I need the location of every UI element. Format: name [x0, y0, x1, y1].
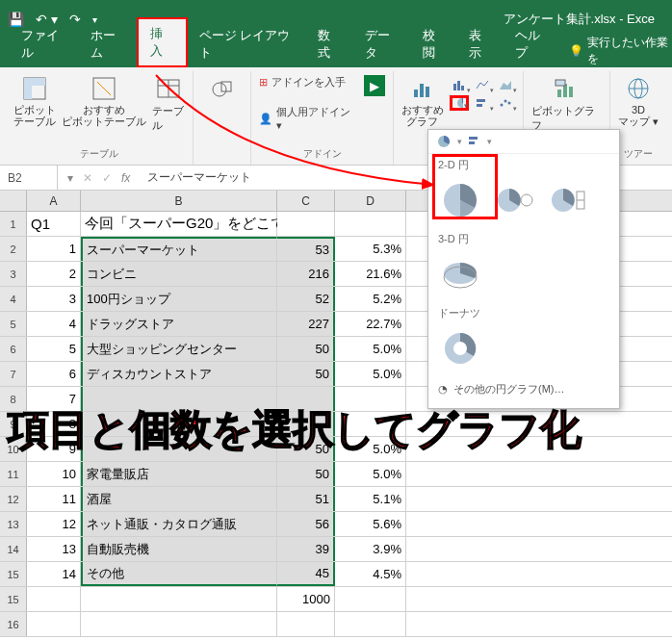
cell[interactable] [27, 587, 81, 611]
cell[interactable]: 5.1% [335, 487, 406, 511]
cell[interactable]: 1 [27, 237, 81, 261]
donut-option-1[interactable] [438, 328, 482, 369]
cell[interactable]: 酒屋 [81, 487, 277, 511]
row-header[interactable]: 8 [0, 387, 27, 411]
cell[interactable]: 5.6% [335, 512, 406, 536]
table-button[interactable]: テーブル [152, 75, 185, 133]
cell[interactable]: 22.7% [335, 312, 406, 336]
cell[interactable]: 53 [277, 237, 335, 261]
col-header-D[interactable]: D [335, 191, 406, 211]
row-header[interactable]: 13 [0, 512, 27, 536]
bing-maps-button[interactable]: ▶ [364, 75, 385, 96]
pie-chart-button[interactable] [450, 95, 469, 111]
tab-data[interactable]: データ [353, 21, 411, 67]
row-header[interactable]: 6 [0, 337, 27, 361]
cell[interactable] [81, 412, 277, 436]
cell[interactable]: 52 [277, 287, 335, 311]
cell[interactable]: 100円ショップ [81, 287, 277, 311]
pie-2d-option-1[interactable] [438, 180, 482, 220]
cell[interactable] [81, 587, 277, 611]
cell[interactable] [81, 437, 277, 461]
col-header-C[interactable]: C [277, 191, 335, 211]
cell[interactable]: 5 [27, 337, 81, 361]
tell-me[interactable]: 💡 実行したい作業を [569, 35, 672, 67]
scatter-chart-button[interactable] [496, 95, 515, 111]
cell[interactable]: 9 [27, 437, 81, 461]
tab-home[interactable]: ホーム [79, 21, 137, 67]
cell[interactable]: 39 [277, 537, 335, 561]
cell[interactable]: 11 [27, 487, 81, 511]
name-box[interactable]: B2 [0, 166, 58, 190]
cell[interactable]: 自動販売機 [81, 537, 277, 561]
row-header[interactable]: 10 [0, 437, 27, 461]
tab-view[interactable]: 表示 [457, 21, 504, 67]
get-addins-button[interactable]: ⊞アドインを入手 [259, 75, 352, 90]
cell[interactable]: 3 [27, 287, 81, 311]
row-header[interactable]: 3 [0, 262, 27, 286]
cell[interactable]: 216 [277, 262, 335, 286]
row-header[interactable]: 5 [0, 312, 27, 336]
fb-cancel-icon[interactable]: ✕ [83, 171, 92, 185]
row-header[interactable]: 15 [0, 587, 27, 611]
cell[interactable]: 45 [277, 562, 335, 586]
cell[interactable]: 大型ショッピングセンター [81, 337, 277, 361]
cell[interactable]: 4.5% [335, 562, 406, 586]
tab-review[interactable]: 校閲 [411, 21, 457, 67]
cell[interactable]: ディスカウントストア [81, 362, 277, 386]
cell[interactable]: 51 [277, 487, 335, 511]
area-chart-button[interactable] [496, 77, 515, 92]
cell[interactable]: 5.0% [335, 462, 406, 486]
tab-formulas[interactable]: 数式 [306, 21, 352, 67]
cell[interactable]: 13 [27, 537, 81, 561]
cell[interactable]: 5.2% [335, 287, 406, 311]
row-header[interactable]: 2 [0, 237, 27, 261]
my-addins-button[interactable]: 👤個人用アドイン ▾ [259, 105, 352, 132]
cell[interactable]: 12 [27, 512, 81, 536]
cell[interactable] [277, 387, 335, 411]
cell[interactable]: コンビニ [81, 262, 277, 286]
col-header-B[interactable]: B [81, 191, 277, 211]
cell[interactable]: 8 [27, 412, 81, 436]
tab-layout[interactable]: ページ レイアウト [188, 21, 307, 67]
cell[interactable]: 1000 [277, 587, 335, 611]
row-header[interactable]: 15 [0, 562, 27, 586]
cell[interactable]: 3.9% [335, 537, 406, 561]
cell[interactable]: ドラッグストア [81, 312, 277, 336]
recommended-pivot-button[interactable]: おすすめ ピボットテーブル [62, 75, 146, 127]
cell[interactable]: 50 [277, 462, 335, 486]
pivot-chart-button[interactable]: ピボットグラフ [531, 75, 602, 133]
more-pie-charts[interactable]: ◔ その他の円グラフ(M)… [428, 376, 619, 402]
cell[interactable]: 10 [27, 462, 81, 486]
cell[interactable]: 7 [27, 387, 81, 411]
pie-3d-option-1[interactable] [438, 254, 482, 294]
cell[interactable] [277, 412, 335, 436]
select-all-corner[interactable] [0, 191, 27, 211]
line-chart-button[interactable] [473, 77, 492, 92]
cell[interactable]: 50 [277, 437, 335, 461]
cell[interactable]: 6 [27, 362, 81, 386]
column-chart-button[interactable] [450, 77, 469, 92]
pie-2d-option-3[interactable] [546, 180, 590, 220]
cell[interactable]: 50 [277, 362, 335, 386]
col-header-A[interactable]: A [27, 191, 81, 211]
tab-help[interactable]: ヘルプ [504, 21, 561, 67]
cell[interactable]: 5.0% [335, 362, 406, 386]
tab-file[interactable]: ファイル [10, 21, 79, 67]
3d-map-button[interactable]: 3D マップ ▾ [618, 75, 659, 127]
cell[interactable] [335, 387, 406, 411]
cell[interactable] [277, 212, 335, 236]
row-header[interactable]: 1 [0, 212, 27, 236]
cell[interactable] [81, 387, 277, 411]
cell[interactable] [335, 212, 406, 236]
bar-chart-button[interactable] [473, 95, 492, 111]
pie-2d-option-2[interactable] [492, 180, 536, 220]
row-header[interactable]: 9 [0, 412, 27, 436]
cell[interactable]: 5.0% [335, 337, 406, 361]
cell[interactable]: 5.0% [335, 437, 406, 461]
cell[interactable]: 5.3% [335, 237, 406, 261]
cell[interactable]: 2 [27, 262, 81, 286]
row-header[interactable]: 7 [0, 362, 27, 386]
row-header[interactable]: 14 [0, 537, 27, 561]
row-header[interactable]: 11 [0, 462, 27, 486]
cell[interactable]: 家電量販店 [81, 462, 277, 486]
